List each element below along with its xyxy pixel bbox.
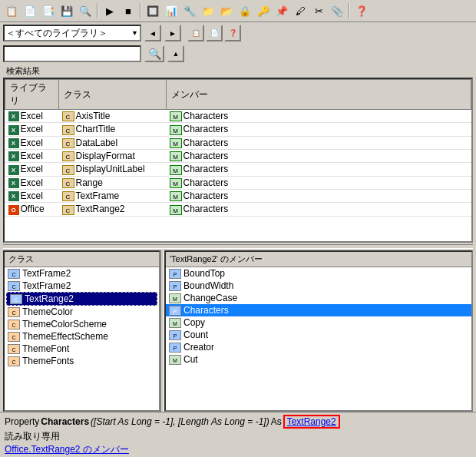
table-row[interactable]: XExcel CDataLabel MCharacters xyxy=(5,136,471,149)
class-list[interactable]: CTextFrame2CTextFrame2CTextRange2CThemeC… xyxy=(5,267,159,410)
cell-class: CAxisTitle xyxy=(59,110,167,123)
cell-class: CDisplayUnitLabel xyxy=(59,163,167,176)
member-label: Characters xyxy=(183,305,229,316)
toolbar: 📋 📄 📑 💾 🔍 ▶ ■ 🔲 📊 🔧 📁 📂 🔒 🔑 📌 🖊 ✂ 📎 ❓ xyxy=(0,0,476,22)
property-return-type[interactable]: TextRange2 xyxy=(287,416,336,427)
class-label: TextRange2 xyxy=(25,293,74,304)
cell-library: XExcel xyxy=(5,163,59,176)
toolbar-icon-4[interactable]: 💾 xyxy=(58,2,75,19)
cell-library: XExcel xyxy=(5,110,59,123)
class-item[interactable]: CThemeColorScheme xyxy=(5,318,159,330)
col-header-library: ライブラリ xyxy=(5,80,59,110)
cell-library: OOffice xyxy=(5,203,59,216)
horizontal-splitter[interactable] xyxy=(3,244,473,249)
cell-member: MCharacters xyxy=(167,136,471,149)
toolbar-icon-5[interactable]: 🔍 xyxy=(77,2,94,19)
member-item[interactable]: PBoundTop xyxy=(166,267,471,280)
member-item[interactable]: PBoundWidth xyxy=(166,280,471,292)
class-label: ThemeColorScheme xyxy=(22,319,107,330)
class-label: TextFrame2 xyxy=(22,268,71,279)
property-keyword: Property xyxy=(5,416,39,427)
copy-object-button[interactable]: 📋 xyxy=(187,25,204,41)
toolbar-icon-13[interactable]: 🔒 xyxy=(236,2,253,19)
toolbar-icon-8[interactable]: 🔲 xyxy=(144,2,161,19)
toolbar-icon-7[interactable]: ■ xyxy=(120,2,137,19)
toolbar-icon-3[interactable]: 📑 xyxy=(40,2,57,19)
toolbar-icon-16[interactable]: 🖊 xyxy=(292,2,309,19)
library-value: ＜すべてのライブラリ＞ xyxy=(6,27,107,40)
search-input[interactable]: characters xyxy=(3,45,141,62)
toolbar-icon-17[interactable]: ✂ xyxy=(310,2,327,19)
member-icon: M xyxy=(169,318,181,328)
property-bar: Property Characters ([Start As Long = -1… xyxy=(0,412,476,457)
paste-object-button[interactable]: 📄 xyxy=(206,25,223,41)
member-item[interactable]: PCount xyxy=(166,329,471,341)
property-readonly: 読み取り専用 xyxy=(5,430,471,443)
cell-member: MCharacters xyxy=(167,149,471,162)
member-label: Count xyxy=(183,330,208,340)
property-as: As xyxy=(271,416,282,427)
table-row[interactable]: XExcel CTextFrame MCharacters xyxy=(5,189,471,202)
col-header-member: メンバー xyxy=(167,80,471,110)
results-label: 検索結果 xyxy=(0,64,476,78)
cell-class: CTextRange2 xyxy=(59,203,167,216)
toolbar-icon-2[interactable]: 📄 xyxy=(21,2,38,19)
office-textrange2-link[interactable]: Office.TextRange2 のメンバー xyxy=(5,444,129,455)
class-icon: C xyxy=(8,344,20,354)
class-item[interactable]: CTextFrame2 xyxy=(5,267,159,280)
toolbar-icon-6[interactable]: ▶ xyxy=(101,2,118,19)
toolbar-icon-12[interactable]: 📂 xyxy=(218,2,235,19)
class-icon: C xyxy=(8,307,20,317)
table-row[interactable]: XExcel CAxisTitle MCharacters xyxy=(5,110,471,123)
class-item[interactable]: CThemeEffectScheme xyxy=(5,330,159,343)
toolbar-icon-9[interactable]: 📊 xyxy=(163,2,180,19)
toolbar-icon-1[interactable]: 📋 xyxy=(3,2,20,19)
select-arrow: ▼ xyxy=(131,29,138,37)
bottom-panels: クラス CTextFrame2CTextFrame2CTextRange2CTh… xyxy=(3,250,473,412)
member-panel: 'TextRange2' のメンバー PBoundTopPBoundWidthM… xyxy=(164,250,473,412)
cell-class: CChartTitle xyxy=(59,123,167,136)
member-panel-title: 'TextRange2' のメンバー xyxy=(166,252,471,267)
nav-next-button[interactable]: ► xyxy=(164,25,181,41)
class-label: ThemeEffectScheme xyxy=(22,331,108,342)
help-icon[interactable]: ❓ xyxy=(353,2,370,19)
member-item[interactable]: PCreator xyxy=(166,341,471,353)
search-button[interactable]: 🔍 xyxy=(144,45,164,62)
nav-prev-button[interactable]: ◄ xyxy=(144,25,161,41)
cell-class: CDataLabel xyxy=(59,136,167,149)
cell-member: MCharacters xyxy=(167,203,471,216)
class-panel-title: クラス xyxy=(5,252,159,267)
toolbar-icon-14[interactable]: 🔑 xyxy=(255,2,272,19)
cell-library: XExcel xyxy=(5,136,59,149)
library-select[interactable]: ＜すべてのライブラリ＞ ▼ xyxy=(3,25,141,41)
class-item[interactable]: CThemeFont xyxy=(5,343,159,355)
toolbar-separator-3 xyxy=(349,3,350,18)
table-row[interactable]: XExcel CChartTitle MCharacters xyxy=(5,123,471,136)
toolbar-icon-15[interactable]: 📌 xyxy=(273,2,290,19)
class-label: TextFrame2 xyxy=(22,280,71,291)
class-label: ThemeFont xyxy=(22,343,69,354)
class-item[interactable]: CThemeColor xyxy=(5,306,159,318)
property-member-of: Office.TextRange2 のメンバー xyxy=(5,443,471,456)
toolbar-icon-10[interactable]: 🔧 xyxy=(181,2,198,19)
property-params: ([Start As Long = -1], [Length As Long =… xyxy=(91,416,269,427)
member-item[interactable]: MChangeCase xyxy=(166,292,471,304)
table-row[interactable]: XExcel CRange MCharacters xyxy=(5,176,471,189)
member-label: BoundTop xyxy=(183,268,225,279)
toolbar-icon-18[interactable]: 📎 xyxy=(329,2,345,19)
cell-class: CRange xyxy=(59,176,167,189)
search-help-button[interactable]: ❓ xyxy=(224,25,241,41)
class-item[interactable]: CTextFrame2 xyxy=(5,280,159,292)
search-up-button[interactable]: ▲ xyxy=(167,45,184,62)
table-row[interactable]: XExcel CDisplayUnitLabel MCharacters xyxy=(5,163,471,176)
table-row[interactable]: XExcel CDisplayFormat MCharacters xyxy=(5,149,471,162)
member-item[interactable]: PCharacters xyxy=(166,304,471,316)
member-item[interactable]: MCut xyxy=(166,353,471,366)
cell-member: MCharacters xyxy=(167,189,471,202)
member-item[interactable]: MCopy xyxy=(166,316,471,329)
member-list[interactable]: PBoundTopPBoundWidthMChangeCasePCharacte… xyxy=(166,267,471,410)
table-row[interactable]: OOffice CTextRange2 MCharacters xyxy=(5,203,471,216)
class-item[interactable]: CThemeFonts xyxy=(5,355,159,367)
class-item[interactable]: CTextRange2 xyxy=(6,292,157,306)
toolbar-icon-11[interactable]: 📁 xyxy=(200,2,217,19)
